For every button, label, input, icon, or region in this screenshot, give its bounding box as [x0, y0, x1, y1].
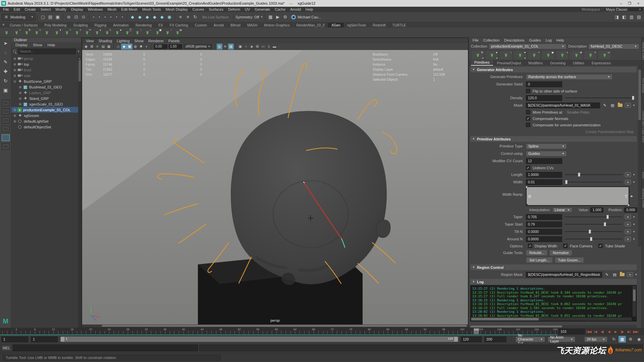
- shadows-icon[interactable]: ◐: [144, 44, 150, 50]
- shelf-tab-bifrost[interactable]: Bifrost: [227, 23, 244, 27]
- xgen-tab-utilities[interactable]: Utilities: [570, 61, 588, 66]
- xgen-horizontal-scrollbar[interactable]: [470, 325, 637, 328]
- workspace-dropdown[interactable]: Maya Classic ▼: [604, 7, 643, 12]
- mel-command-input[interactable]: [13, 345, 198, 351]
- step-back-frame-button[interactable]: |◀: [592, 328, 599, 335]
- make-live-icon[interactable]: ◉: [166, 13, 173, 21]
- menu-surfaces[interactable]: Surfaces: [207, 7, 226, 12]
- outliner-menu-help[interactable]: Help: [45, 42, 58, 48]
- taper-input[interactable]: 0.705: [526, 214, 562, 220]
- viewport-menu-show[interactable]: Show: [132, 38, 146, 44]
- taper-start-slider[interactable]: [565, 222, 622, 227]
- outliner-item-productionexample-01-col[interactable]: ⊞xproductionExample_01_COL: [11, 107, 81, 113]
- generator-seed-input[interactable]: 0: [526, 81, 562, 87]
- selection-mask-joints-icon[interactable]: ▪: [102, 14, 108, 20]
- outliner-item-front[interactable]: ⊞front: [11, 67, 81, 73]
- layout-preset-4[interactable]: [2, 126, 10, 132]
- shelf-tab-curves-surfaces[interactable]: Curves / Surfaces: [6, 23, 41, 27]
- xgen-log-output[interactable]: 13:15:27 (2) Rendering 1 descriptions.13…: [470, 285, 637, 321]
- xgen-length-brush-icon[interactable]: \|/↕: [132, 28, 142, 37]
- snap-to-projected-center-icon[interactable]: ◆: [151, 13, 158, 21]
- viewport-panel[interactable]: ViewShadingLightingShowRendererPanels ◉⊠…: [82, 38, 469, 328]
- rebuild-button[interactable]: Rebuild...: [526, 250, 547, 256]
- menu-uv[interactable]: UV: [243, 7, 252, 12]
- output-connections-icon[interactable]: ≡: [184, 13, 192, 21]
- selection-mask-curves-icon[interactable]: ▪: [108, 14, 114, 20]
- close-button[interactable]: ×: [634, 1, 643, 6]
- taper-slider[interactable]: [565, 215, 622, 219]
- anim-layer-dropdown[interactable]: No Anim Layer ▼: [548, 337, 575, 342]
- animation-end-field[interactable]: [484, 337, 506, 342]
- option-tube-shade-checkbox[interactable]: ✓: [598, 244, 603, 248]
- animation-start-field[interactable]: [1, 337, 28, 342]
- open-scene-icon[interactable]: ▤: [47, 13, 54, 21]
- minimize-button[interactable]: –: [616, 1, 625, 6]
- xgen-set-attribute-icon[interactable]: \|/▾▼: [514, 51, 526, 59]
- cached-playback-toggle-icon[interactable]: ▦: [619, 336, 626, 343]
- expression-icon[interactable]: fx: [625, 237, 631, 241]
- tilt-n-input[interactable]: 0.0000: [526, 229, 562, 235]
- grid-toggle-icon[interactable]: ⊞: [255, 44, 260, 50]
- gamma-field[interactable]: 1.00: [169, 44, 182, 49]
- set-length-button[interactable]: Set Length...: [526, 257, 553, 263]
- shelf-tab-renderman-23-0[interactable]: RenderMan_23_0: [293, 23, 328, 27]
- folder-icon[interactable]: [617, 103, 623, 108]
- xgen-export-patches-icon[interactable]: \|/↓: [162, 28, 172, 37]
- user-account-chip[interactable]: ☻ Michael Cau...: [289, 13, 323, 21]
- camera-attributes-icon[interactable]: ≡: [95, 44, 100, 50]
- option-face-camera-checkbox[interactable]: ✓: [563, 244, 568, 248]
- ramp-right-key[interactable]: T: [625, 194, 627, 199]
- xgen-comb-guides-icon[interactable]: \|/≈: [584, 51, 596, 59]
- tool-settings-toggle-icon[interactable]: ◧: [621, 13, 628, 21]
- viewport-menu-view[interactable]: View: [84, 38, 96, 44]
- color-space-dropdown[interactable]: sRGB gamma▼: [183, 44, 212, 49]
- paint-map-icon[interactable]: ✎: [604, 272, 610, 277]
- outliner-toggle-icon[interactable]: ▤: [635, 13, 643, 21]
- selection-mask-deformers-icon[interactable]: ▪: [119, 14, 125, 20]
- outliner-item-defaultobjectset[interactable]: defaultObjectSet: [11, 124, 81, 130]
- xgen-menu-log[interactable]: Log: [543, 38, 554, 43]
- dock-tab-attribute-editor[interactable]: Attribute Editor: [642, 42, 644, 60]
- menu-help[interactable]: Help: [303, 7, 316, 12]
- attribute-editor-toggle-icon[interactable]: ◨: [613, 13, 621, 21]
- xgen-tab-expressions[interactable]: Expressions: [588, 61, 614, 66]
- viewport-horizontal-scrollbar[interactable]: [82, 324, 468, 327]
- menu-cache[interactable]: Cache: [272, 7, 288, 12]
- viewport-menu-panels[interactable]: Panels: [166, 38, 182, 44]
- step-back-key-button[interactable]: ◀|: [599, 328, 605, 335]
- outliner-scrollbar[interactable]: ▲: [78, 56, 81, 328]
- expression-icon[interactable]: fx: [625, 222, 631, 227]
- xgen-noise-brush-icon[interactable]: \|/∿: [102, 28, 112, 37]
- input-connections-icon[interactable]: ≡: [177, 13, 184, 21]
- xgen-update-preview-icon[interactable]: \|/↻: [21, 28, 32, 37]
- shelf-tab-mash[interactable]: MASH: [244, 23, 261, 27]
- motion-blur-icon[interactable]: ≋: [222, 44, 228, 50]
- expand-icon[interactable]: ⊞: [18, 102, 22, 106]
- xgen-clear-preview-icon[interactable]: \|/×: [32, 28, 42, 37]
- layout-preset-2[interactable]: [2, 108, 10, 115]
- range-end-handle[interactable]: [454, 337, 458, 342]
- menu-arnold[interactable]: Arnold: [288, 7, 303, 12]
- new-scene-icon[interactable]: ▢: [39, 13, 47, 21]
- xgen-tab-primitives[interactable]: Primitives: [471, 60, 493, 66]
- smooth-shade-display-icon[interactable]: ◆: [121, 44, 127, 50]
- slider-handle[interactable]: [565, 180, 568, 184]
- menu-mesh-tools[interactable]: Mesh Tools: [140, 7, 163, 12]
- shelf-tab-xgen[interactable]: XGen: [328, 23, 344, 27]
- map-menu-icon[interactable]: ▼: [632, 230, 636, 233]
- expand-icon[interactable]: ⊞: [13, 74, 17, 78]
- expand-icon[interactable]: ⊞: [13, 119, 17, 123]
- ramp-point[interactable]: [628, 204, 630, 206]
- map-menu-icon[interactable]: ▼: [634, 273, 638, 276]
- paint-select-tool-icon[interactable]: ✎: [1, 58, 10, 66]
- go-to-start-button[interactable]: |◀◀: [585, 328, 592, 335]
- scale-tool-icon[interactable]: ▣: [1, 86, 10, 95]
- fps-dropdown[interactable]: 24 fps ▼: [584, 337, 607, 342]
- range-slider[interactable]: 1 120: [60, 337, 458, 342]
- outliner-item-xggroom[interactable]: ⊞✚xgGroom: [11, 113, 81, 118]
- shelf-tab-fx[interactable]: FX: [155, 23, 166, 27]
- density-input[interactable]: 120.0: [526, 95, 562, 101]
- folder-icon[interactable]: [619, 272, 625, 277]
- menu-set-dropdown[interactable]: ⊞ Modeling ▼: [1, 13, 36, 21]
- outliner-item-stand-grp[interactable]: ⊞✚Stand_GRP: [11, 96, 81, 101]
